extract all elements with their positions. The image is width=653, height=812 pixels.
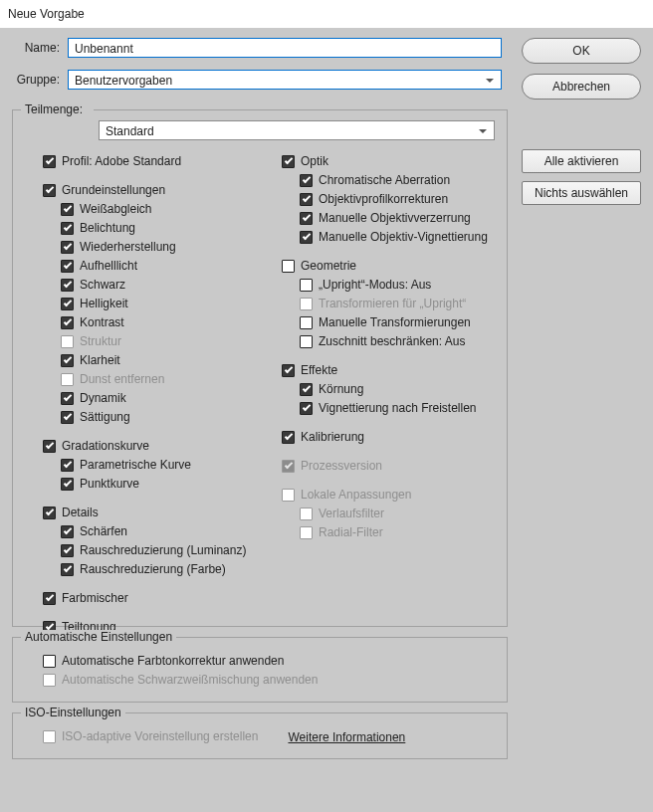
checkbox-label: Sättigung (80, 410, 130, 424)
checkbox-label: Punktkurve (80, 477, 139, 491)
auto-tone-checkbox[interactable]: Automatische Farbtonkorrektur anwenden (43, 652, 495, 670)
checkbox-label: Prozessversion (301, 459, 382, 473)
checkbox-icon (61, 544, 74, 557)
tree-right-item-9[interactable]: Manuelle Transformierungen (300, 313, 495, 331)
checkbox-icon (61, 354, 74, 367)
checkbox-label: Effekte (301, 363, 337, 377)
tree-left-item-17[interactable]: Parametrische Kurve (61, 456, 256, 474)
auto-bw-checkbox: Automatische Schwarzweißmischung anwende… (43, 671, 495, 689)
checkbox-label: Profil: Adobe Standard (62, 154, 181, 168)
window-title: Neue Vorgabe (0, 0, 653, 28)
tree-left-item-21[interactable]: Schärfen (61, 522, 256, 540)
tree-right-item-4[interactable]: Manuelle Objektiv-Vignettierung (300, 228, 495, 246)
cancel-button[interactable]: Abbrechen (522, 74, 641, 100)
checkbox-icon (300, 508, 313, 520)
tree-left-item-8[interactable]: Helligkeit (61, 295, 256, 312)
tree-left-item-6[interactable]: Aufhelllicht (61, 257, 256, 275)
tree-left-item-25[interactable]: Farbmischer (43, 589, 256, 607)
tree-right-item-13[interactable]: Körnung (300, 380, 495, 398)
tree-right-item-21: Verlaufsfilter (300, 505, 495, 522)
tree-right-item-14[interactable]: Vignettierung nach Freistellen (300, 399, 495, 417)
tree-left-item-0[interactable]: Profil: Adobe Standard (43, 152, 256, 170)
checkbox-label: Kontrast (80, 315, 124, 329)
select-none-button[interactable]: Nichts auswählen (522, 181, 641, 205)
subset-dropdown[interactable]: Standard (99, 120, 495, 140)
checkbox-icon (61, 298, 74, 310)
tree-left-item-5[interactable]: Wiederherstellung (61, 238, 256, 256)
tree-left-item-12: Dunst entfernen (61, 370, 256, 388)
tree-right-item-8: Transformieren für „Upright“ (300, 295, 495, 312)
tree-right-item-0[interactable]: Optik (282, 152, 495, 170)
checkbox-label: Klarheit (80, 353, 120, 367)
checkbox-label: Aufhelllicht (80, 259, 137, 273)
group-label: Gruppe: (12, 73, 68, 87)
checkbox-icon (61, 459, 74, 472)
checkbox-label: Parametrische Kurve (80, 458, 191, 472)
checkbox-icon (300, 316, 313, 329)
checkbox-icon (43, 184, 56, 197)
checkbox-label: Farbmischer (62, 591, 128, 605)
tree-left-item-4[interactable]: Belichtung (61, 219, 256, 237)
checkbox-icon (282, 364, 295, 377)
checkbox-icon (300, 298, 313, 310)
ok-button[interactable]: OK (522, 38, 641, 64)
tree-right-item-10[interactable]: Zuschnitt beschränken: Aus (300, 332, 495, 350)
tree-left-item-11[interactable]: Klarheit (61, 351, 256, 369)
tree-left-item-23[interactable]: Rauschreduzierung (Farbe) (61, 560, 256, 578)
auto-settings-fieldset: Automatische Einstellungen Automatische … (12, 637, 508, 703)
checkbox-icon (61, 478, 74, 491)
tree-left-item-16[interactable]: Gradationskurve (43, 437, 256, 455)
checkbox-label: Rauschreduzierung (Luminanz) (80, 543, 246, 557)
tree-right-item-6[interactable]: Geometrie (282, 257, 495, 275)
checkbox-label: Automatische Farbtonkorrektur anwenden (62, 654, 284, 668)
tree-left-item-20[interactable]: Details (43, 504, 256, 521)
checkbox-icon (43, 655, 56, 668)
tree-right-item-1[interactable]: Chromatische Aberration (300, 171, 495, 189)
checkbox-icon (61, 373, 74, 386)
name-input[interactable]: Unbenannt (68, 38, 502, 58)
tree-left-item-9[interactable]: Kontrast (61, 313, 256, 331)
tree-right-item-7[interactable]: „Upright“-Modus: Aus (300, 276, 495, 294)
checkbox-label: Kalibrierung (301, 430, 364, 444)
dialog-body: Name: Unbenannt Gruppe: Benutzervorgaben… (0, 28, 653, 812)
checkbox-icon (43, 507, 56, 519)
checkbox-label: Automatische Schwarzweißmischung anwende… (62, 673, 318, 687)
checkbox-label: Verlaufsfilter (319, 507, 384, 520)
checkbox-icon (282, 460, 295, 473)
tree-left-item-2[interactable]: Grundeinstellungen (43, 181, 256, 199)
tree-left-item-18[interactable]: Punktkurve (61, 475, 256, 493)
tree-right-item-12[interactable]: Effekte (282, 361, 495, 379)
more-info-link[interactable]: Weitere Informationen (288, 730, 405, 744)
tree-left-item-22[interactable]: Rauschreduzierung (Luminanz) (61, 541, 256, 559)
tree-right-item-2[interactable]: Objektivprofilkorrekturen (300, 190, 495, 208)
tree-left-item-3[interactable]: Weißabgleich (61, 200, 256, 218)
checkbox-icon (282, 431, 295, 444)
subset-legend: Teilmenge: (21, 102, 94, 116)
checkbox-icon (61, 222, 74, 235)
checkbox-label: Weißabgleich (80, 202, 151, 216)
checkbox-label: Vignettierung nach Freistellen (319, 401, 477, 415)
tree-right-item-16[interactable]: Kalibrierung (282, 428, 495, 446)
checkbox-icon (300, 526, 313, 539)
checkbox-label: Zuschnitt beschränken: Aus (319, 334, 465, 348)
checkbox-icon (61, 335, 74, 348)
auto-settings-legend: Automatische Einstellungen (21, 630, 176, 644)
checkbox-label: Manuelle Objektiv-Vignettierung (319, 230, 488, 244)
checkbox-icon (61, 241, 74, 254)
checkbox-label: Struktur (80, 334, 121, 348)
checkbox-label: Schärfen (80, 524, 127, 538)
checkbox-icon (61, 563, 74, 576)
checkbox-icon (43, 440, 56, 453)
checkbox-label: Grundeinstellungen (62, 183, 165, 197)
checkbox-label: Manuelle Objektivverzerrung (319, 211, 471, 225)
checkbox-icon (282, 155, 295, 168)
iso-adaptive-checkbox: ISO-adaptive Voreinstellung erstellen (43, 727, 258, 745)
tree-left-item-7[interactable]: Schwarz (61, 276, 256, 294)
group-dropdown[interactable]: Benutzervorgaben (68, 70, 502, 90)
activate-all-button[interactable]: Alle aktivieren (522, 149, 641, 173)
checkbox-label: „Upright“-Modus: Aus (319, 278, 431, 292)
tree-left-item-14[interactable]: Sättigung (61, 408, 256, 426)
checkbox-label: Wiederherstellung (80, 240, 176, 254)
tree-right-item-3[interactable]: Manuelle Objektivverzerrung (300, 209, 495, 227)
tree-left-item-13[interactable]: Dynamik (61, 389, 256, 407)
